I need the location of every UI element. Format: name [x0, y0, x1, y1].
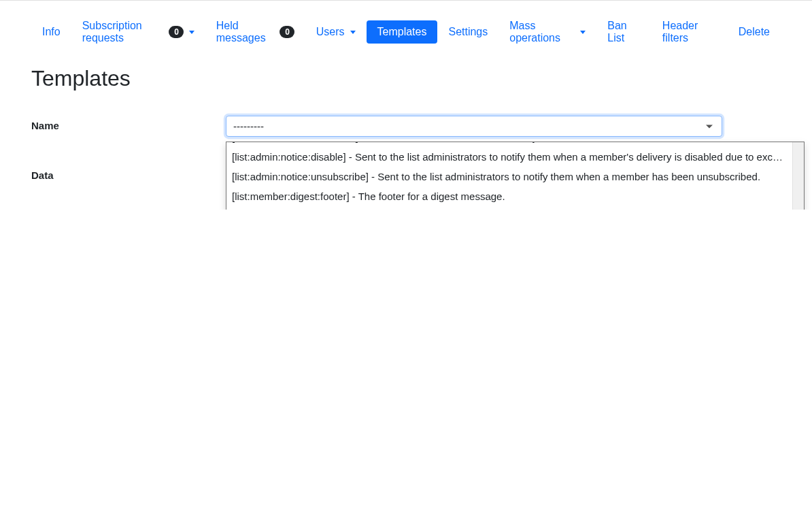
dropdown-option[interactable]: [list:member:digest:footer] - The footer…	[226, 187, 792, 207]
chevron-down-icon	[350, 31, 356, 34]
scrollbar[interactable]	[792, 142, 804, 210]
nav-item-settings[interactable]: Settings	[437, 20, 498, 44]
nav-item-label: Delete	[739, 26, 770, 38]
name-select-wrap: --------- [list:admin:notice:increment] …	[226, 116, 781, 137]
nav-badge: 0	[280, 26, 294, 38]
nav-item-subscription-requests[interactable]: Subscription requests0	[71, 14, 205, 50]
nav-item-ban-list[interactable]: Ban List	[596, 14, 652, 50]
nav-item-label: Users	[316, 26, 345, 38]
nav-item-delete[interactable]: Delete	[728, 20, 781, 44]
nav-badge: 0	[169, 26, 183, 38]
nav-item-label: Held messages	[216, 20, 277, 44]
nav-item-label: Header filters	[662, 20, 717, 44]
nav-item-mass-operations[interactable]: Mass operations	[498, 14, 596, 50]
nav-item-info[interactable]: Info	[31, 20, 71, 44]
data-label: Data	[31, 165, 226, 181]
name-label: Name	[31, 116, 226, 137]
dropdown-option[interactable]: [list:admin:notice:unsubscribe] - Sent t…	[226, 167, 792, 187]
chevron-down-icon	[580, 31, 586, 34]
nav-item-held-messages[interactable]: Held messages0	[205, 14, 305, 50]
nav-item-label: Settings	[448, 26, 488, 38]
name-select-dropdown: [list:admin:notice:increment] - Sent to …	[226, 142, 805, 210]
nav-item-label: Mass operations	[509, 20, 575, 44]
nav-item-label: Info	[42, 26, 61, 38]
name-select[interactable]: ---------	[226, 116, 722, 137]
nav-item-users[interactable]: Users	[305, 20, 367, 44]
dropdown-option[interactable]: [list:admin:notice:disable] - Sent to th…	[226, 147, 792, 167]
nav-item-label: Ban List	[607, 20, 641, 44]
dropdown-option[interactable]: [list:admin:notice:increment] - Sent to …	[226, 142, 792, 147]
chevron-down-icon	[189, 31, 194, 34]
nav-item-templates[interactable]: Templates	[367, 20, 438, 44]
nav-item-header-filters[interactable]: Header filters	[652, 14, 728, 50]
main-nav: InfoSubscription requests0Held messages0…	[31, 14, 781, 50]
dropdown-option[interactable]: [list:member:digest:header] - The header…	[226, 207, 792, 210]
form-row-name: Name --------- [list:admin:notice:increm…	[31, 116, 781, 137]
page-title: Templates	[31, 66, 781, 91]
nav-item-label: Subscription requests	[82, 20, 167, 44]
nav-item-label: Templates	[377, 26, 427, 38]
